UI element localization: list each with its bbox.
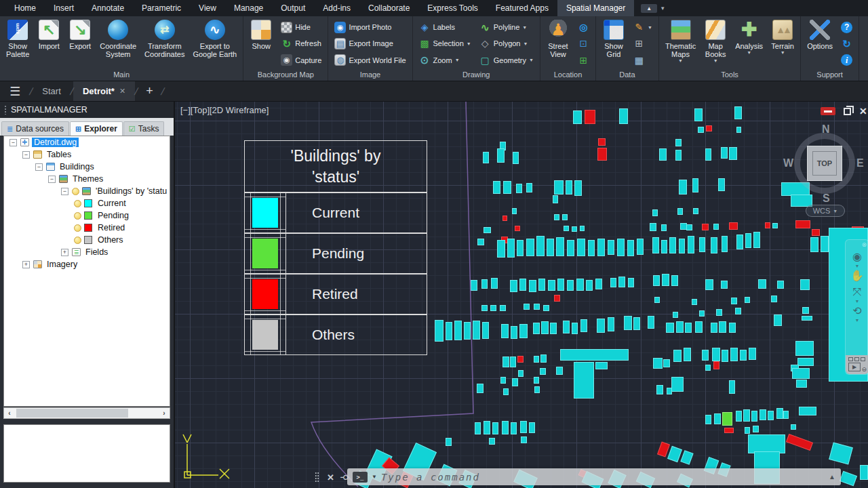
drawing-canvas[interactable]: [−][Top][2D Wireframe] 'Buildings' by 's… bbox=[175, 102, 868, 488]
pan-hand-icon[interactable]: ✋ bbox=[850, 269, 864, 282]
file-tab-detroit[interactable]: Detroit*✕ bbox=[73, 81, 135, 101]
navbar-close-icon[interactable]: ⊗ bbox=[861, 241, 867, 248]
coordinate-system-button[interactable]: CoordinateSystem bbox=[96, 18, 140, 70]
transform-coordinates-button[interactable]: TransformCoordinates bbox=[141, 18, 188, 70]
command-prompt-icon[interactable]: >_ bbox=[353, 472, 368, 483]
expand-box-icon[interactable]: + bbox=[61, 249, 68, 256]
command-bar-close-icon[interactable]: ✕ bbox=[327, 472, 334, 483]
ribbon-tab-output[interactable]: Output bbox=[272, 0, 314, 16]
geometry-button[interactable]: Geometry▼ bbox=[477, 54, 536, 66]
palette-header[interactable]: SPATIALMANAGER bbox=[0, 102, 174, 118]
edit-pencil-button[interactable]: ▼ bbox=[631, 21, 654, 34]
tree-node-fields[interactable]: +☰Fields bbox=[4, 246, 170, 258]
import-button[interactable]: Import bbox=[34, 18, 64, 70]
refresh-button[interactable]: Refresh bbox=[279, 37, 323, 50]
close-button[interactable]: ✕ bbox=[859, 106, 867, 116]
menu-hamburger-icon[interactable]: ☰ bbox=[0, 81, 30, 101]
collapse-box-icon[interactable]: − bbox=[9, 139, 17, 146]
file-tab-start[interactable]: Start bbox=[33, 81, 70, 101]
ribbon-tab-annotate[interactable]: Annotate bbox=[83, 0, 133, 16]
hide-button[interactable]: Hide bbox=[279, 21, 323, 34]
scrollbar-track[interactable] bbox=[15, 408, 159, 418]
show-button[interactable]: Show bbox=[246, 18, 276, 70]
orbit-icon[interactable]: ⟲ bbox=[852, 304, 861, 317]
ribbon-tab-insert[interactable]: Insert bbox=[45, 0, 83, 16]
expand-box-icon[interactable]: + bbox=[22, 261, 30, 268]
chevron-down-icon[interactable]: ▼ bbox=[855, 264, 860, 268]
ribbon-display-toggle[interactable]: ▲▼ bbox=[641, 0, 665, 16]
thematic-maps-button[interactable]: ThematicMaps▼ bbox=[662, 18, 699, 70]
visibility-bulb-icon[interactable] bbox=[74, 212, 81, 220]
ribbon-tab-add-ins[interactable]: Add-ins bbox=[314, 0, 359, 16]
minimize-button[interactable] bbox=[821, 107, 835, 115]
viewcube-east[interactable]: E bbox=[856, 157, 864, 169]
tree-node-themes[interactable]: −Themes bbox=[4, 173, 170, 185]
palette-tab-data-sources[interactable]: ≣Data sources bbox=[1, 121, 69, 136]
export-to-google-earth-button[interactable]: Export toGoogle Earth bbox=[189, 18, 240, 70]
selection-button[interactable]: Selection▼ bbox=[417, 37, 473, 50]
tree-node-others[interactable]: Others bbox=[4, 234, 170, 246]
viewcube[interactable]: N W E S TOP bbox=[789, 127, 861, 199]
street-view-button[interactable]: StreetView bbox=[543, 18, 573, 70]
import-photo-button[interactable]: Import Photo bbox=[332, 21, 408, 34]
options-button[interactable]: Options bbox=[804, 18, 836, 70]
viewcube-top-face[interactable]: TOP bbox=[807, 146, 842, 181]
chevron-down-icon[interactable]: ▼ bbox=[855, 299, 860, 304]
tree-horizontal-scrollbar[interactable]: ‹ › bbox=[3, 407, 170, 419]
collapse-icon[interactable]: ⊖ bbox=[861, 366, 867, 373]
export-button[interactable]: Export bbox=[65, 18, 95, 70]
capture-button[interactable]: Capture bbox=[279, 54, 323, 66]
labels-button[interactable]: Labels bbox=[417, 21, 473, 34]
export-image-button[interactable]: Export Image bbox=[332, 37, 408, 50]
ribbon-tab-view[interactable]: View bbox=[190, 0, 225, 16]
collapse-box-icon[interactable]: − bbox=[48, 176, 56, 183]
visibility-bulb-icon[interactable] bbox=[74, 200, 81, 207]
sync-button[interactable] bbox=[839, 37, 854, 50]
show-grid-button[interactable]: ShowGrid bbox=[599, 18, 629, 70]
tree-node-retired[interactable]: Retired bbox=[4, 222, 170, 234]
scrollbar-thumb[interactable] bbox=[16, 409, 128, 418]
polyline-button[interactable]: Polyline▼ bbox=[477, 21, 536, 34]
command-bar[interactable]: >_ ▼ Type a command ▲ bbox=[347, 468, 841, 485]
chevron-down-icon[interactable]: ▼ bbox=[855, 318, 860, 323]
ribbon-tab-spatial-manager[interactable]: Spatial Manager bbox=[557, 0, 634, 16]
ribbon-tab-featured-apps[interactable]: Featured Apps bbox=[487, 0, 557, 16]
collapse-box-icon[interactable]: − bbox=[22, 151, 30, 159]
tree-node-pending[interactable]: Pending bbox=[4, 209, 170, 222]
collapse-box-icon[interactable]: − bbox=[35, 163, 43, 171]
ribbon-tab-parametric[interactable]: Parametric bbox=[133, 0, 190, 16]
close-icon[interactable]: ✕ bbox=[119, 87, 125, 96]
info-button[interactable] bbox=[839, 54, 854, 66]
viewcube-west[interactable]: W bbox=[783, 157, 793, 169]
viewport-controls-label[interactable]: [−][Top][2D Wireframe] bbox=[180, 105, 269, 115]
table-export-button[interactable] bbox=[631, 54, 654, 66]
zoom-extents-icon[interactable]: ⤧ bbox=[853, 286, 862, 298]
show-palette-button[interactable]: ShowPalette bbox=[3, 18, 33, 70]
tree-node-imagery[interactable]: +Imagery bbox=[4, 258, 170, 270]
palette-tab-tasks[interactable]: ☑Tasks bbox=[123, 121, 165, 136]
tree-node-detroit-dwg[interactable]: −✛Detroit.dwg bbox=[4, 136, 170, 148]
scroll-right-icon[interactable]: › bbox=[159, 409, 170, 417]
command-input[interactable]: Type a command bbox=[381, 472, 825, 483]
tree-node-tables[interactable]: −Tables bbox=[4, 148, 170, 161]
analysis-button[interactable]: Analysis▼ bbox=[732, 18, 766, 70]
play-icon[interactable]: ▶ bbox=[848, 363, 861, 371]
restore-button[interactable] bbox=[844, 108, 851, 115]
export-world-file-button[interactable]: Export World File bbox=[332, 54, 408, 66]
ucs-dropdown[interactable]: WCS▼ bbox=[806, 205, 845, 217]
palette-grip-icon[interactable] bbox=[4, 105, 7, 115]
polygon-button[interactable]: Polygon▼ bbox=[477, 37, 536, 50]
visibility-bulb-icon[interactable] bbox=[72, 188, 79, 195]
command-history-up-icon[interactable]: ▲ bbox=[829, 473, 835, 481]
viewcube-south[interactable]: S bbox=[823, 192, 830, 205]
steering-wheel-icon[interactable]: ◉ bbox=[852, 250, 862, 263]
terrain-button[interactable]: Terrain▼ bbox=[768, 18, 797, 70]
pin-add-button[interactable] bbox=[576, 54, 591, 66]
recent-commands-icon[interactable]: ▼ bbox=[372, 474, 377, 480]
calculator-button[interactable] bbox=[631, 37, 654, 50]
command-bar-grip-icon[interactable] bbox=[315, 472, 319, 483]
map-pin-button[interactable] bbox=[576, 21, 591, 34]
tree-node-buildings-by-statu[interactable]: −'Buildings' by 'statu bbox=[4, 185, 170, 197]
map-books-button[interactable]: MapBooks▼ bbox=[701, 18, 730, 70]
tree-node-buildings[interactable]: −Buildings bbox=[4, 161, 170, 173]
